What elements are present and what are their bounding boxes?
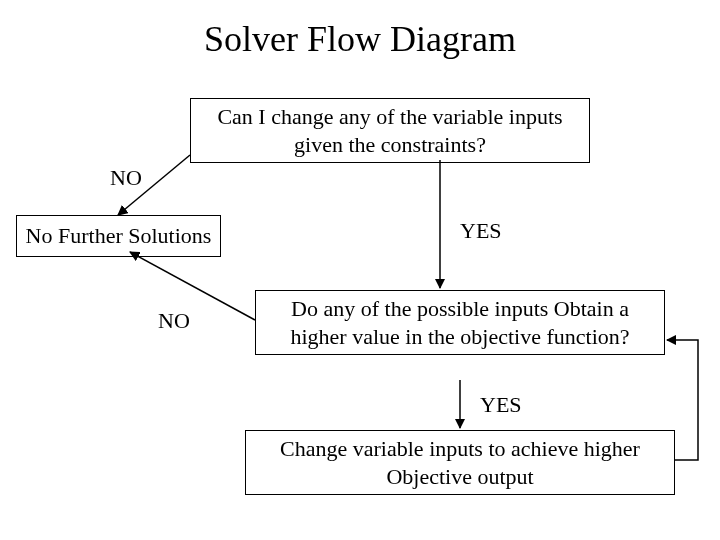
- box-text: No Further Solutions: [26, 223, 212, 248]
- box-text: Can I change any of the variable inputs …: [217, 104, 562, 157]
- box-can-change-inputs: Can I change any of the variable inputs …: [190, 98, 590, 163]
- box-text: Change variable inputs to achieve higher…: [280, 436, 640, 489]
- svg-line-2: [130, 252, 255, 320]
- label-no-2: NO: [158, 308, 190, 334]
- box-change-inputs: Change variable inputs to achieve higher…: [245, 430, 675, 495]
- box-higher-value: Do any of the possible inputs Obtain a h…: [255, 290, 665, 355]
- label-yes-1: YES: [460, 218, 502, 244]
- box-no-further-solutions: No Further Solutions: [16, 215, 221, 257]
- page-title: Solver Flow Diagram: [0, 18, 720, 60]
- label-no-1: NO: [110, 165, 142, 191]
- box-text: Do any of the possible inputs Obtain a h…: [290, 296, 629, 349]
- label-yes-2: YES: [480, 392, 522, 418]
